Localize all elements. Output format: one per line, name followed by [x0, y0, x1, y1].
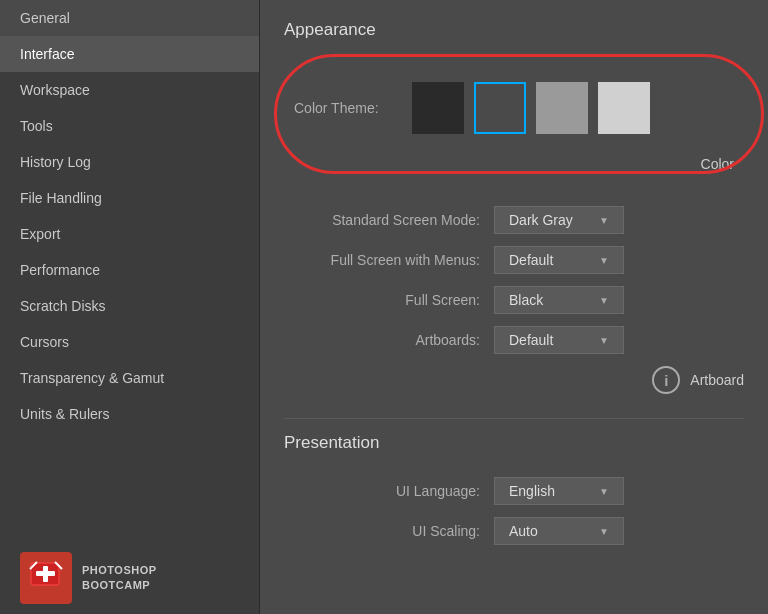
- pres-row-ui-scaling: UI Scaling:Auto▼: [284, 511, 744, 551]
- presentation-title: Presentation: [284, 433, 744, 453]
- pres-value-ui-language[interactable]: English▼: [494, 477, 624, 505]
- color-theme-wrapper: Color Theme: Color: [284, 58, 744, 190]
- main-content: Appearance Color Theme: Color Standard S…: [260, 0, 768, 614]
- theme-swatch-medium-gray[interactable]: [536, 82, 588, 134]
- setting-row-full-screen-menus: Full Screen with Menus:Default▼: [284, 240, 744, 280]
- presentation-section: Presentation UI Language:English▼UI Scal…: [284, 418, 744, 551]
- svg-rect-2: [36, 571, 55, 576]
- setting-value-standard-screen-mode[interactable]: Dark Gray▼: [494, 206, 624, 234]
- sidebar-item-units-rulers[interactable]: Units & Rulers: [0, 396, 259, 432]
- pres-row-ui-language: UI Language:English▼: [284, 471, 744, 511]
- sidebar-item-performance[interactable]: Performance: [0, 252, 259, 288]
- sidebar: GeneralInterfaceWorkspaceToolsHistory Lo…: [0, 0, 260, 614]
- appearance-title: Appearance: [284, 20, 744, 40]
- color-theme-label: Color Theme:: [294, 100, 394, 116]
- info-icon[interactable]: i: [652, 366, 680, 394]
- pres-value-ui-scaling[interactable]: Auto▼: [494, 517, 624, 545]
- color-theme-row: Color Theme:: [284, 68, 744, 148]
- theme-swatch-dark[interactable]: [412, 82, 464, 134]
- photoshop-logo-icon: [20, 552, 72, 604]
- sidebar-item-cursors[interactable]: Cursors: [0, 324, 259, 360]
- sidebar-item-transparency-gamut[interactable]: Transparency & Gamut: [0, 360, 259, 396]
- settings-section: Standard Screen Mode:Dark Gray▼Full Scre…: [284, 200, 744, 360]
- setting-row-artboards: Artboards:Default▼: [284, 320, 744, 360]
- sidebar-item-workspace[interactable]: Workspace: [0, 72, 259, 108]
- setting-row-full-screen: Full Screen:Black▼: [284, 280, 744, 320]
- sidebar-item-export[interactable]: Export: [0, 216, 259, 252]
- artboard-info-label: Artboard: [690, 372, 744, 388]
- sidebar-item-scratch-disks[interactable]: Scratch Disks: [0, 288, 259, 324]
- pres-label-ui-scaling: UI Scaling:: [284, 523, 494, 539]
- sidebar-logo: PHOTOSHOP BOOTCAMP: [0, 536, 259, 614]
- setting-value-full-screen-menus[interactable]: Default▼: [494, 246, 624, 274]
- sidebar-item-general[interactable]: General: [0, 0, 259, 36]
- setting-label-full-screen-menus: Full Screen with Menus:: [284, 252, 494, 268]
- setting-label-artboards: Artboards:: [284, 332, 494, 348]
- pres-label-ui-language: UI Language:: [284, 483, 494, 499]
- color-label: Color: [284, 156, 744, 172]
- sidebar-item-file-handling[interactable]: File Handling: [0, 180, 259, 216]
- logo-text: PHOTOSHOP BOOTCAMP: [82, 563, 157, 594]
- setting-row-standard-screen-mode: Standard Screen Mode:Dark Gray▼: [284, 200, 744, 240]
- theme-swatch-light[interactable]: [598, 82, 650, 134]
- setting-label-standard-screen-mode: Standard Screen Mode:: [284, 212, 494, 228]
- sidebar-item-interface[interactable]: Interface: [0, 36, 259, 72]
- sidebar-item-tools[interactable]: Tools: [0, 108, 259, 144]
- sidebar-item-history-log[interactable]: History Log: [0, 144, 259, 180]
- theme-swatch-medium-dark[interactable]: [474, 82, 526, 134]
- info-row: i Artboard: [284, 360, 744, 400]
- setting-value-artboards[interactable]: Default▼: [494, 326, 624, 354]
- setting-value-full-screen[interactable]: Black▼: [494, 286, 624, 314]
- setting-label-full-screen: Full Screen:: [284, 292, 494, 308]
